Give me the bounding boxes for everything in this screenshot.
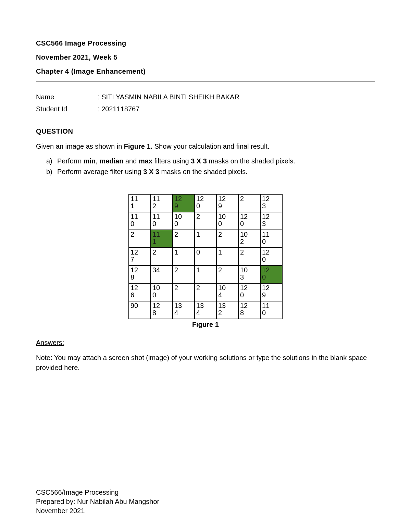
pixel-cell: 12 7 xyxy=(129,248,151,265)
a-t2: , xyxy=(96,157,99,165)
pixel-cell: 11 0 xyxy=(151,212,173,230)
question-title: QUESTION xyxy=(36,127,375,135)
pixel-cell: 10 4 xyxy=(216,283,238,301)
name-value: SITI YASMIN NABILA BINTI SHEIKH BAKAR xyxy=(98,93,239,101)
a-t3: and xyxy=(123,157,138,165)
footer-line-3: November 2021 xyxy=(36,506,159,516)
pixel-cell: 10 0 xyxy=(173,212,195,230)
intro-bold: Figure 1. xyxy=(124,143,152,150)
name-row: Name SITI YASMIN NABILA BINTI SHEIKH BAK… xyxy=(36,93,375,101)
intro-pre: Given an image as shown in xyxy=(36,143,124,150)
a-t5: masks on the shaded pixels. xyxy=(207,157,295,165)
pixel-cell: 10 0 xyxy=(151,283,173,301)
question-intro: Given an image as shown in Figure 1. Sho… xyxy=(36,141,375,151)
name-label: Name xyxy=(36,93,98,101)
pixel-cell: 13 4 xyxy=(173,301,195,319)
pixel-cell: 2 xyxy=(195,212,216,230)
pixel-cell: 10 0 xyxy=(216,212,238,230)
pixel-cell: 2 xyxy=(173,230,195,248)
pixel-cell: 2 xyxy=(238,194,260,212)
pixel-cell: 13 2 xyxy=(216,301,238,319)
pixel-cell: 12 8 xyxy=(238,301,260,319)
list-item-a: a)Perform min, median and max filters us… xyxy=(46,156,375,166)
table-row: 12 610 02210 412 012 9 xyxy=(129,283,282,301)
document-page: CSC566 Image Processing November 2021, W… xyxy=(0,0,411,532)
course-title: CSC566 Image Processing xyxy=(36,39,375,47)
footer-line-2: Prepared by: Nur Nabilah Abu Mangshor xyxy=(36,497,159,506)
pixel-cell: 11 2 xyxy=(151,194,173,212)
list-item-b: b)Perform average filter using 3 X 3 mas… xyxy=(46,167,375,177)
table-row: 9012 813 413 413 212 811 0 xyxy=(129,301,282,319)
pixel-cell: 0 xyxy=(195,248,216,265)
pixel-cell: 1 xyxy=(216,248,238,265)
pixel-cell: 12 8 xyxy=(129,265,151,283)
pixel-cell: 12 9 xyxy=(216,194,238,212)
b-t2: masks on the shaded pixels. xyxy=(159,168,248,175)
item-a-marker: a) xyxy=(46,156,57,166)
pixel-cell: 12 9 xyxy=(260,283,282,301)
pixel-cell: 11 0 xyxy=(129,212,151,230)
pixel-cell: 12 6 xyxy=(129,283,151,301)
shaded-cell: 12 9 xyxy=(173,194,195,212)
pixel-cell: 2 xyxy=(151,248,173,265)
pixel-cell: 11 0 xyxy=(260,301,282,319)
id-row: Student Id 2021118767 xyxy=(36,105,375,113)
pixel-cell: 2 xyxy=(173,265,195,283)
pixel-cell: 2 xyxy=(216,265,238,283)
pixel-cell: 10 3 xyxy=(238,265,260,283)
table-row: 12 83421210 312 0 xyxy=(129,265,282,283)
a-b1: min xyxy=(84,157,96,165)
intro-post: Show your calculation and final result. xyxy=(152,143,269,150)
shaded-cell: 12 0 xyxy=(260,265,282,283)
pixel-cell: 12 0 xyxy=(238,212,260,230)
divider xyxy=(36,82,375,82)
id-label: Student Id xyxy=(36,105,98,113)
table-row: 12 72101212 0 xyxy=(129,248,282,265)
pixel-cell: 12 8 xyxy=(151,301,173,319)
b-t1: Perform average filter using xyxy=(57,168,143,175)
pixel-cell: 1 xyxy=(173,248,195,265)
a-t1: Perform xyxy=(57,157,84,165)
pixel-cell: 13 4 xyxy=(195,301,216,319)
item-b-marker: b) xyxy=(46,167,57,177)
pixel-cell: 1 xyxy=(195,265,216,283)
pixel-cell: 11 0 xyxy=(260,230,282,248)
a-b3: max xyxy=(139,157,152,165)
answers-label: Answers: xyxy=(36,339,375,347)
pixel-cell: 12 0 xyxy=(195,194,216,212)
pixel-cell: 90 xyxy=(129,301,151,319)
a-t4: filters using xyxy=(152,157,191,165)
table-row: 11 011 010 0210 012 012 3 xyxy=(129,212,282,230)
shaded-cell: 11 1 xyxy=(151,230,173,248)
a-b4: 3 X 3 xyxy=(191,157,207,165)
figure-1: 11 111 212 912 012 9212 311 011 010 0210… xyxy=(36,194,375,329)
pixel-cell: 1 xyxy=(195,230,216,248)
a-b2: median xyxy=(99,157,123,165)
pixel-cell: 2 xyxy=(238,248,260,265)
table-row: 211 121210 211 0 xyxy=(129,230,282,248)
pixel-cell: 2 xyxy=(129,230,151,248)
answers-note: Note: You may attach a screen shot (imag… xyxy=(36,353,375,373)
pixel-cell: 2 xyxy=(216,230,238,248)
chapter-line: Chapter 4 (Image Enhancement) xyxy=(36,67,375,75)
b-b1: 3 X 3 xyxy=(143,168,159,175)
week-line: November 2021, Week 5 xyxy=(36,53,375,61)
pixel-cell: 12 3 xyxy=(260,194,282,212)
pixel-cell: 11 1 xyxy=(129,194,151,212)
pixel-cell: 12 0 xyxy=(238,283,260,301)
pixel-cell: 12 3 xyxy=(260,212,282,230)
pixel-cell: 2 xyxy=(195,283,216,301)
footer-line-1: CSC566/Image Processing xyxy=(36,488,159,497)
pixel-grid: 11 111 212 912 012 9212 311 011 010 0210… xyxy=(128,194,283,319)
pixel-cell: 10 2 xyxy=(238,230,260,248)
figure-caption: Figure 1 xyxy=(192,321,219,329)
question-list: a)Perform min, median and max filters us… xyxy=(36,156,375,177)
table-row: 11 111 212 912 012 9212 3 xyxy=(129,194,282,212)
pixel-cell: 2 xyxy=(173,283,195,301)
pixel-cell: 34 xyxy=(151,265,173,283)
footer: CSC566/Image Processing Prepared by: Nur… xyxy=(36,488,159,516)
pixel-cell: 12 0 xyxy=(260,248,282,265)
id-value: 2021118767 xyxy=(98,105,139,113)
